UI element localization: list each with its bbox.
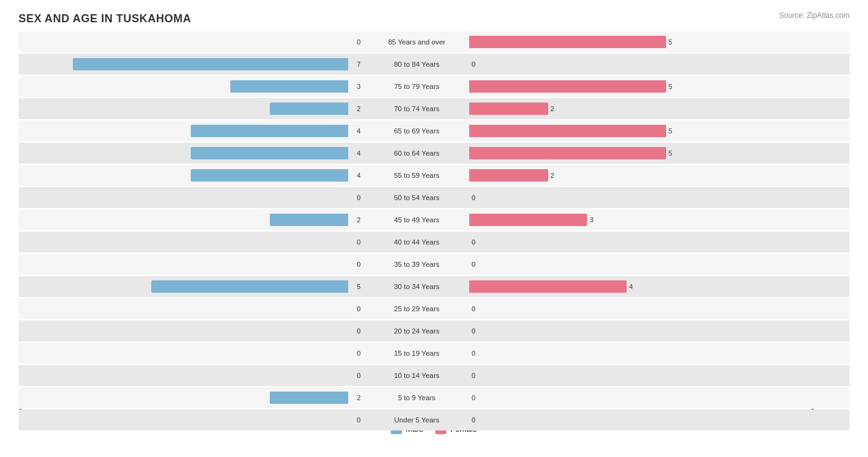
left-section: 0 bbox=[19, 343, 364, 364]
left-section: 0 bbox=[19, 254, 364, 275]
male-value: 0 bbox=[348, 350, 361, 357]
male-value: 7 bbox=[348, 61, 361, 68]
left-bar-wrapper: 0 bbox=[49, 254, 364, 275]
male-value: 4 bbox=[348, 127, 361, 135]
right-section: 0 bbox=[469, 321, 815, 342]
male-value: 0 bbox=[348, 238, 361, 246]
female-value: 2 bbox=[551, 105, 563, 112]
female-value: 2 bbox=[551, 172, 563, 179]
male-value: 5 bbox=[348, 283, 361, 290]
left-section: 0 bbox=[19, 31, 364, 52]
bar-row: 0 85 Years and over 5 bbox=[19, 31, 849, 52]
right-bar-wrapper: 0 bbox=[469, 254, 784, 275]
female-value: 0 bbox=[472, 372, 484, 379]
male-value: 0 bbox=[348, 194, 361, 201]
right-section: 2 bbox=[469, 165, 815, 186]
age-label: 45 to 49 Years bbox=[364, 209, 469, 230]
age-label: 25 to 29 Years bbox=[364, 298, 469, 319]
bar-row: 0 10 to 14 Years 0 bbox=[19, 365, 849, 386]
bar-female bbox=[469, 214, 587, 226]
bar-female bbox=[469, 280, 627, 293]
bar-male bbox=[73, 58, 348, 70]
bar-row: 0 15 to 19 Years 0 bbox=[19, 343, 849, 364]
left-bar-wrapper: 2 bbox=[49, 387, 364, 408]
bar-row: 0 50 to 54 Years 0 bbox=[19, 187, 849, 208]
bar-row: 4 60 to 64 Years 5 bbox=[19, 143, 849, 164]
left-bar-wrapper: 0 bbox=[49, 365, 364, 386]
bar-female bbox=[469, 80, 666, 93]
left-bar-wrapper: 0 bbox=[49, 321, 364, 342]
left-bar-wrapper: 4 bbox=[49, 143, 364, 164]
right-section: 5 bbox=[469, 76, 815, 97]
bar-male bbox=[191, 147, 348, 159]
female-value: 0 bbox=[472, 305, 484, 312]
left-section: 0 bbox=[19, 365, 364, 386]
bar-female bbox=[469, 147, 666, 159]
female-value: 0 bbox=[472, 350, 484, 357]
right-bar-wrapper: 0 bbox=[469, 321, 784, 342]
age-label: Under 5 Years bbox=[364, 409, 469, 430]
age-label: 65 to 69 Years bbox=[364, 120, 469, 141]
male-value: 4 bbox=[348, 172, 361, 179]
male-value: 2 bbox=[348, 394, 361, 401]
bar-male bbox=[270, 214, 349, 226]
bar-row: 4 55 to 59 Years 2 bbox=[19, 165, 849, 186]
female-value: 0 bbox=[472, 394, 484, 401]
bar-male bbox=[270, 392, 349, 404]
source-text: Source: ZipAtlas.com bbox=[779, 11, 849, 20]
age-label: 10 to 14 Years bbox=[364, 365, 469, 386]
left-section: 0 bbox=[19, 409, 364, 430]
male-value: 2 bbox=[348, 105, 361, 112]
right-bar-wrapper: 0 bbox=[469, 387, 784, 408]
female-value: 5 bbox=[669, 83, 681, 90]
bar-row: 2 70 to 74 Years 2 bbox=[19, 98, 849, 119]
left-section: 3 bbox=[19, 76, 364, 97]
left-bar-wrapper: 0 bbox=[49, 232, 364, 253]
female-value: 0 bbox=[472, 327, 484, 335]
bar-row: 4 65 to 69 Years 5 bbox=[19, 120, 849, 141]
bar-row: 0 25 to 29 Years 0 bbox=[19, 298, 849, 319]
female-value: 5 bbox=[669, 149, 681, 157]
male-value: 0 bbox=[348, 38, 361, 46]
bar-row: 0 35 to 39 Years 0 bbox=[19, 254, 849, 275]
right-section: 0 bbox=[469, 343, 815, 364]
left-bar-wrapper: 4 bbox=[49, 120, 364, 141]
right-bar-wrapper: 0 bbox=[469, 365, 784, 386]
right-section: 5 bbox=[469, 143, 815, 164]
age-label: 50 to 54 Years bbox=[364, 187, 469, 208]
right-bar-wrapper: 0 bbox=[469, 54, 784, 75]
bar-male bbox=[191, 169, 348, 182]
bar-row: 0 Under 5 Years 0 bbox=[19, 409, 849, 430]
chart-title: SEX AND AGE IN TUSKAHOMA bbox=[19, 12, 849, 25]
age-label: 75 to 79 Years bbox=[364, 76, 469, 97]
left-section: 5 bbox=[19, 276, 364, 297]
left-section: 0 bbox=[19, 321, 364, 342]
right-section: 5 bbox=[469, 31, 815, 52]
bar-row: 5 30 to 34 Years 4 bbox=[19, 276, 849, 297]
age-label: 70 to 74 Years bbox=[364, 98, 469, 119]
right-section: 0 bbox=[469, 232, 815, 253]
age-label: 5 to 9 Years bbox=[364, 387, 469, 408]
age-label: 80 to 84 Years bbox=[364, 54, 469, 75]
right-bar-wrapper: 5 bbox=[469, 120, 784, 141]
age-label: 15 to 19 Years bbox=[364, 343, 469, 364]
left-bar-wrapper: 5 bbox=[49, 276, 364, 297]
left-bar-wrapper: 3 bbox=[49, 76, 364, 97]
right-bar-wrapper: 0 bbox=[469, 343, 784, 364]
age-label: 55 to 59 Years bbox=[364, 165, 469, 186]
male-value: 0 bbox=[348, 261, 361, 268]
female-value: 5 bbox=[669, 38, 681, 46]
age-label: 30 to 34 Years bbox=[364, 276, 469, 297]
chart-container: SEX AND AGE IN TUSKAHOMA Source: ZipAtla… bbox=[0, 0, 868, 457]
left-bar-wrapper: 0 bbox=[49, 298, 364, 319]
left-bar-wrapper: 4 bbox=[49, 165, 364, 186]
right-section: 0 bbox=[469, 298, 815, 319]
right-bar-wrapper: 3 bbox=[469, 209, 784, 230]
left-section: 2 bbox=[19, 98, 364, 119]
bar-female bbox=[469, 125, 666, 137]
bar-row: 2 45 to 49 Years 3 bbox=[19, 209, 849, 230]
left-bar-wrapper: 0 bbox=[49, 409, 364, 430]
bar-female bbox=[469, 103, 548, 115]
bar-row: 0 20 to 24 Years 0 bbox=[19, 321, 849, 342]
female-value: 0 bbox=[472, 261, 484, 268]
